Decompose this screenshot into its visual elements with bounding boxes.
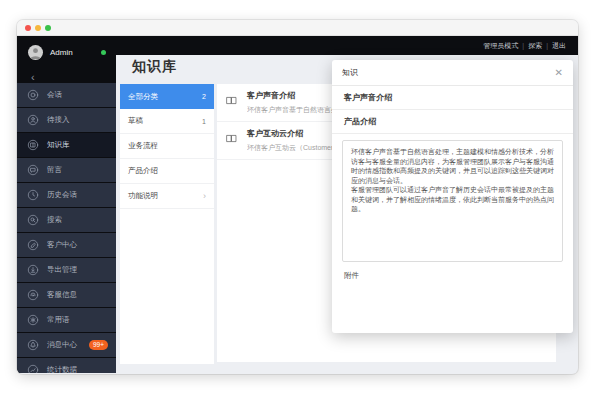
sidebar-item-label: 统计数据 <box>47 365 77 373</box>
topbar-separator: | <box>546 42 548 49</box>
close-icon[interactable]: ✕ <box>555 68 563 78</box>
sidebar-item-message-center[interactable]: 消息中心 99+ <box>17 333 116 357</box>
sidebar-item-statistics[interactable]: 统计数据 <box>17 358 116 373</box>
sidebar: Admin ‹ 会话 待接入 知识库 <box>17 36 116 373</box>
sidebar-item-label: 知识库 <box>47 140 70 150</box>
open-book-icon <box>226 129 237 147</box>
sidebar-item-queue[interactable]: 待接入 <box>17 108 116 132</box>
popup-header: 知识 ✕ <box>332 60 573 86</box>
sidebar-item-history[interactable]: 历史会话 <box>17 183 116 207</box>
category-count: 2 <box>202 93 206 100</box>
category-label: 全部分类 <box>128 92 158 102</box>
search-result-item[interactable]: 客户声音介绍 <box>332 86 573 110</box>
sidebar-item-label: 会话 <box>47 90 62 100</box>
sidebar-item-label: 客户中心 <box>47 240 77 250</box>
search-result-item[interactable]: 产品介绍 <box>332 110 573 134</box>
user-profile[interactable]: Admin <box>17 36 116 60</box>
category-label: 草稿 <box>128 116 143 126</box>
sidebar-item-label: 历史会话 <box>47 190 77 200</box>
sidebar-item-export[interactable]: 导出管理 <box>17 258 116 282</box>
sidebar-item-sessions[interactable]: 会话 <box>17 83 116 107</box>
user-name: Admin <box>50 48 73 57</box>
article-paragraph: 客服管理团队可以通过客户声音了解历史会话中最常被提及的主题和关键词，并了解相应的… <box>351 185 554 214</box>
person-icon <box>27 114 39 126</box>
knowledge-search-popup: 知识 ✕ 客户声音介绍 产品介绍 环信客户声音基于自然语言处理，主题建模和情感分… <box>332 60 573 333</box>
chevron-right-icon: › <box>203 192 206 200</box>
article-paragraph: 环信客户声音基于自然语言处理，主题建模和情感分析技术，分析访客与客服全量的消息内… <box>351 147 554 185</box>
online-status-dot <box>101 50 106 55</box>
sidebar-item-leave-message[interactable]: 留言 <box>17 158 116 182</box>
category-drafts[interactable]: 草稿 1 <box>120 109 214 134</box>
page-title: 知识库 <box>132 58 177 76</box>
sidebar-item-label: 客服信息 <box>47 290 77 300</box>
sidebar-menu: 会话 待接入 知识库 留言 历史会话 <box>17 83 116 373</box>
bell-icon <box>27 339 39 351</box>
download-icon <box>27 264 39 276</box>
category-label: 产品介绍 <box>128 166 158 176</box>
sidebar-item-label: 搜索 <box>47 215 62 225</box>
clock-icon <box>27 189 39 201</box>
sidebar-item-label: 常用语 <box>47 315 70 325</box>
topbar-link-logout[interactable]: 退出 <box>552 41 566 51</box>
sidebar-item-knowledge-base[interactable]: 知识库 <box>17 133 116 157</box>
sidebar-item-label: 待接入 <box>47 115 70 125</box>
mac-titlebar <box>17 20 578 36</box>
topbar-separator: | <box>522 42 524 49</box>
gear-icon <box>27 314 39 326</box>
sidebar-item-label: 导出管理 <box>47 265 77 275</box>
attachment-label: 附件 <box>344 271 561 281</box>
open-book-icon <box>226 91 237 109</box>
window-body: 管理员模式 | 探索 | 退出 Admin ‹ <box>17 36 578 373</box>
minimize-window-icon[interactable] <box>35 25 41 31</box>
category-count: 1 <box>202 118 206 125</box>
edit-icon <box>27 239 39 251</box>
category-label: 业务流程 <box>128 141 158 151</box>
sidebar-item-search[interactable]: 搜索 <box>17 208 116 232</box>
app-window: 管理员模式 | 探索 | 退出 Admin ‹ <box>17 20 578 374</box>
avatar <box>28 45 43 60</box>
topbar-link-admin-mode[interactable]: 管理员模式 <box>483 41 518 51</box>
category-panel: 全部分类 2 草稿 1 业务流程 产品介绍 功能说明 › <box>120 84 214 364</box>
category-product-intro[interactable]: 产品介绍 <box>120 159 214 184</box>
search-query-text[interactable]: 知识 <box>342 67 358 78</box>
sidebar-item-label: 消息中心 <box>47 340 77 350</box>
category-label: 功能说明 <box>128 191 158 201</box>
person-avatar-icon <box>28 45 43 60</box>
sidebar-item-label: 留言 <box>47 165 62 175</box>
chat-icon <box>27 89 39 101</box>
close-window-icon[interactable] <box>25 25 31 31</box>
chart-icon <box>27 364 39 373</box>
topbar-link-explore[interactable]: 探索 <box>528 41 542 51</box>
category-all[interactable]: 全部分类 2 <box>120 84 214 109</box>
category-feature-guide[interactable]: 功能说明 › <box>120 184 214 209</box>
message-icon <box>27 164 39 176</box>
sidebar-item-agent-info[interactable]: 客服信息 <box>17 283 116 307</box>
notification-badge: 99+ <box>89 340 108 350</box>
zoom-window-icon[interactable] <box>45 25 51 31</box>
book-icon <box>27 139 39 151</box>
chevron-left-icon: ‹ <box>31 71 35 83</box>
category-business-process[interactable]: 业务流程 <box>120 134 214 159</box>
article-content-box[interactable]: 环信客户声音基于自然语言处理，主题建模和情感分析技术，分析访客与客服全量的消息内… <box>342 140 563 262</box>
sidebar-item-common-phrases[interactable]: 常用语 <box>17 308 116 332</box>
sidebar-item-customer-center[interactable]: 客户中心 <box>17 233 116 257</box>
headset-icon <box>27 289 39 301</box>
search-icon <box>27 214 39 226</box>
sidebar-collapse[interactable]: ‹ <box>17 60 116 80</box>
